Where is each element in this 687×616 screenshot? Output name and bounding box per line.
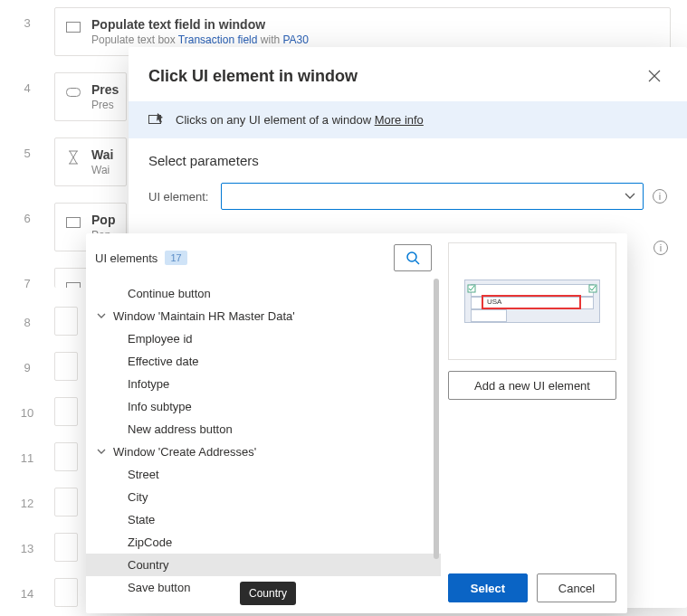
tree-leaf[interactable]: New address button xyxy=(86,418,441,441)
tree-leaf[interactable]: Effective date xyxy=(86,350,441,373)
more-info-link[interactable]: More info xyxy=(375,113,424,127)
scrollbar-thumb[interactable] xyxy=(434,279,439,559)
tree-item-label: ZipCode xyxy=(128,535,172,549)
step-number: 5 xyxy=(0,137,54,160)
step-subtitle: Populate text box Transaction field with… xyxy=(91,33,309,46)
step-number: 10 xyxy=(0,397,54,420)
textbox-icon xyxy=(66,280,81,288)
tree-leaf[interactable]: Info subtype xyxy=(86,395,441,418)
tree-item-label: Country xyxy=(128,558,169,572)
svg-rect-3 xyxy=(67,283,81,289)
step-number: 9 xyxy=(0,352,54,374)
step-number: 6 xyxy=(0,203,54,225)
tree-leaf[interactable]: ZipCode xyxy=(86,531,441,554)
tooltip: Country xyxy=(240,582,296,605)
svg-rect-1 xyxy=(67,89,81,97)
tree-leaf[interactable]: City xyxy=(86,486,441,508)
tree-list[interactable]: Continue buttonWindow 'Maintain HR Maste… xyxy=(86,279,441,613)
tree-leaf[interactable]: Street xyxy=(86,463,441,486)
tree-item-label: Employee id xyxy=(128,332,193,346)
tree-item-label: New address button xyxy=(128,422,233,436)
svg-rect-2 xyxy=(67,218,81,228)
step-number: 12 xyxy=(0,488,54,510)
tree-item-label: Street xyxy=(128,468,159,481)
section-title: Select parameters xyxy=(129,138,687,177)
step-number: 7 xyxy=(0,268,54,290)
info-icon[interactable]: i xyxy=(653,189,667,204)
add-ui-element-button[interactable]: Add a new UI element xyxy=(448,371,616,400)
button-icon xyxy=(66,85,81,100)
step-text: Pres Pres xyxy=(91,82,119,111)
action-buttons: Select Cancel xyxy=(448,573,616,602)
ui-element-combo[interactable] xyxy=(221,183,644,210)
preview-column: USA Add a new UI element Select Cancel xyxy=(441,233,627,613)
param-label: UI element: xyxy=(148,190,212,204)
close-button[interactable] xyxy=(642,63,667,89)
dialog-title: Click UI element in window xyxy=(148,67,358,86)
step-number: 14 xyxy=(0,578,54,601)
textbox-icon xyxy=(66,215,81,230)
step-title: Populate text field in window xyxy=(91,17,309,32)
chevron-down-icon xyxy=(625,193,635,200)
elements-label: UI elements xyxy=(95,251,157,265)
tree-item-label: Window 'Maintain HR Master Data' xyxy=(113,309,295,323)
elements-count-badge: 17 xyxy=(165,251,186,265)
click-icon xyxy=(148,112,165,128)
svg-point-5 xyxy=(407,252,416,261)
tree-header: UI elements 17 xyxy=(86,233,441,279)
step-text: Populate text field in window Populate t… xyxy=(91,17,309,46)
param-row: UI element: i xyxy=(129,177,687,221)
step-card[interactable]: Pres Pres xyxy=(54,72,127,121)
tree-leaf[interactable]: State xyxy=(86,508,441,531)
dialog-header: Click UI element in window xyxy=(129,47,687,101)
info-icon[interactable]: i xyxy=(654,241,668,255)
ui-element-preview-image: USA xyxy=(464,280,600,323)
tree-leaf[interactable]: Continue button xyxy=(86,282,441,305)
tree-item-label: Continue button xyxy=(128,287,211,300)
step-number: 13 xyxy=(0,533,54,555)
textbox-icon xyxy=(66,20,81,34)
tree-node[interactable]: Window 'Maintain HR Master Data' xyxy=(86,305,441,327)
step-number: 11 xyxy=(0,442,54,465)
tree-leaf[interactable]: Infotype xyxy=(86,373,441,395)
step-number: 3 xyxy=(0,7,54,30)
tree-item-label: Window 'Create Addresses' xyxy=(113,445,256,459)
search-button[interactable] xyxy=(394,244,432,271)
tree-item-label: City xyxy=(128,490,148,504)
chevron-down-icon xyxy=(95,449,108,456)
tree-item-label: Save button xyxy=(128,581,190,594)
tree-leaf[interactable]: Country xyxy=(86,554,441,576)
tree-column: UI elements 17 Continue buttonWindow 'Ma… xyxy=(86,233,441,613)
tree-item-label: State xyxy=(128,513,155,526)
chevron-down-icon xyxy=(95,313,108,320)
tree-node[interactable]: Window 'Create Addresses' xyxy=(86,441,441,463)
svg-rect-0 xyxy=(67,23,81,33)
info-band: Clicks on any UI element of a window Mor… xyxy=(129,101,687,138)
tree-item-label: Effective date xyxy=(128,355,199,368)
step-card[interactable]: Wai Wai xyxy=(54,137,127,186)
ui-elements-panel: UI elements 17 Continue buttonWindow 'Ma… xyxy=(86,233,627,613)
step-text: Wai Wai xyxy=(91,147,113,176)
tree-item-label: Infotype xyxy=(128,377,169,391)
wait-icon xyxy=(66,150,81,165)
step-number: 4 xyxy=(0,72,54,95)
preview-box: USA xyxy=(448,242,616,360)
search-icon xyxy=(406,251,420,265)
step-number: 8 xyxy=(0,307,54,329)
cancel-button[interactable]: Cancel xyxy=(537,573,616,602)
tree-item-label: Info subtype xyxy=(128,400,192,413)
info-text: Clicks on any UI element of a window Mor… xyxy=(176,113,424,127)
select-button[interactable]: Select xyxy=(448,573,528,602)
tree-leaf[interactable]: Employee id xyxy=(86,327,441,350)
